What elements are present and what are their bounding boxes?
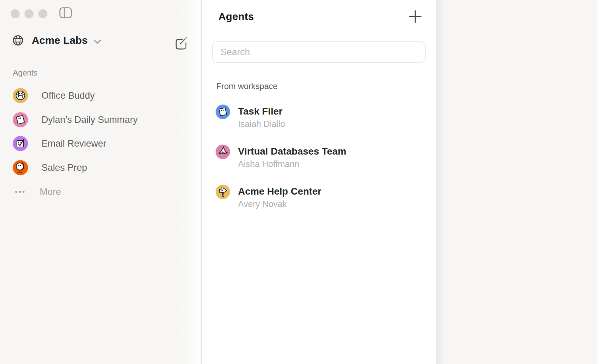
agent-name: Virtual Databases Team (238, 145, 346, 158)
panel-title: Agents (218, 11, 254, 22)
desk-globe-avatar-icon (13, 160, 28, 175)
check-note-avatar-icon (13, 136, 28, 151)
content-backdrop (436, 0, 597, 364)
traffic-light-close-button[interactable] (11, 9, 20, 18)
sidebar-item-office-buddy[interactable]: Office Buddy (13, 88, 95, 103)
agent-row-virtual-databases-team[interactable]: Virtual Databases Team Aisha Hoffmann (216, 145, 346, 169)
witch-hat-avatar-icon (216, 145, 230, 159)
globe-face-avatar-icon (13, 88, 28, 103)
agent-owner: Isaiah Diallo (238, 118, 285, 129)
signpost-avatar-icon (216, 185, 230, 199)
agent-row-task-filer[interactable]: Task Filer Isaiah Diallo (216, 105, 285, 129)
sidebar-item-sales-prep[interactable]: Sales Prep (13, 160, 87, 175)
globe-icon (11, 33, 25, 48)
traffic-light-minimize-button[interactable] (25, 9, 34, 18)
sidebar-item-email-reviewer[interactable]: Email Reviewer (13, 136, 106, 151)
agent-owner: Aisha Hoffmann (238, 158, 346, 169)
workspace-switcher[interactable]: Acme Labs (11, 32, 102, 48)
note-face-avatar-icon (13, 112, 28, 127)
plus-icon (408, 10, 422, 23)
panel-section-label: From workspace (216, 81, 277, 91)
sidebar-item-label: Dylan’s Daily Summary (41, 115, 138, 125)
note-face-avatar-icon (216, 105, 230, 119)
agents-panel: Agents From workspace Task Filer Isaiah … (202, 0, 436, 364)
compose-button[interactable] (174, 37, 188, 51)
sidebar-item-more[interactable]: More (13, 184, 61, 199)
add-agent-button[interactable] (408, 10, 422, 23)
sidebar-section-label: Agents (13, 68, 38, 78)
sidebar-item-label: Office Buddy (41, 90, 95, 101)
sidebar-item-label: Sales Prep (41, 163, 87, 173)
ellipsis-icon (15, 190, 26, 194)
sidebar-toggle-icon (59, 7, 73, 19)
agent-owner: Avery Novak (238, 198, 321, 209)
sidebar-item-label: Email Reviewer (41, 138, 106, 149)
sidebar-item-dylans-daily-summary[interactable]: Dylan’s Daily Summary (13, 112, 138, 127)
agent-row-acme-help-center[interactable]: Acme Help Center Avery Novak (216, 185, 321, 209)
window-controls (11, 9, 47, 18)
agent-name: Acme Help Center (238, 185, 321, 198)
sidebar-item-label: More (40, 187, 61, 197)
traffic-light-zoom-button[interactable] (38, 9, 47, 18)
app-window: Acme Labs Agents Office Buddy (0, 0, 597, 364)
sidebar-toggle-button[interactable] (59, 7, 73, 19)
search-input[interactable] (212, 41, 426, 63)
chevron-down-icon (93, 39, 102, 45)
workspace-name: Acme Labs (32, 35, 88, 46)
agent-name: Task Filer (238, 105, 285, 118)
compose-icon (174, 37, 188, 51)
sidebar: Acme Labs Agents Office Buddy (0, 0, 202, 364)
